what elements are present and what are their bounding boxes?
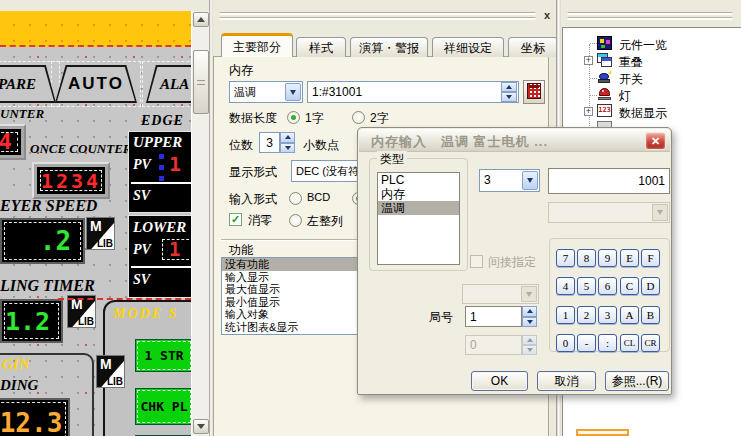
keypad-key-9[interactable]: 9 (598, 249, 617, 267)
keypad-key-1[interactable]: 1 (556, 306, 575, 324)
station-input[interactable] (465, 306, 522, 327)
spin-up-icon[interactable] (522, 306, 537, 317)
spin-up-icon[interactable] (501, 82, 517, 92)
tree-item-lamp[interactable]: 灯 (619, 88, 631, 105)
reference-button[interactable]: 参照...(R) (605, 371, 669, 391)
keypad-key-cl[interactable]: CL (620, 334, 639, 352)
keypad-key-cr[interactable]: CR (641, 334, 660, 352)
hmi-yellow-bar[interactable] (0, 11, 191, 47)
zero-clear-checkbox[interactable]: ✓ (229, 213, 242, 226)
counter-display[interactable]: 4 (0, 124, 26, 160)
weighing-display[interactable]: 12.3 (0, 398, 70, 436)
tab-style[interactable]: 样式 (296, 37, 346, 57)
lower-loop-panel[interactable]: LOWER PV 1 SV (128, 215, 191, 298)
cancel-button[interactable]: 取消 (537, 371, 596, 391)
radio-1word[interactable] (287, 111, 300, 124)
function-item[interactable]: 最大值显示 (222, 283, 357, 296)
function-item[interactable]: 没有功能 (222, 258, 357, 271)
selection-handle[interactable] (159, 165, 164, 170)
type-item-plc[interactable]: PLC (378, 173, 459, 187)
address-input[interactable] (548, 168, 670, 194)
mlib-badge-icon[interactable]: M LIB (86, 217, 115, 250)
tab-coordinates[interactable]: 坐标 (508, 37, 558, 57)
tab-operation-alarm[interactable]: 演算・警报 (350, 37, 428, 57)
memory-reference-button[interactable] (523, 80, 545, 104)
combo-arrow-icon[interactable] (285, 83, 301, 101)
radio-bcd[interactable] (289, 192, 302, 205)
keypad-key-minus[interactable]: - (577, 334, 596, 352)
hmi-screen-tab-auto[interactable]: AUTO (55, 65, 137, 103)
type-item-temp-control[interactable]: 温调 (378, 201, 459, 215)
memory-address-spinner[interactable] (501, 82, 517, 102)
timer-display[interactable]: 1.2 (0, 299, 63, 343)
pv-value[interactable]: 1 (169, 154, 181, 174)
keypad-key-f[interactable]: F (641, 249, 660, 267)
hmi-button-1str[interactable]: 1 STR (135, 339, 191, 372)
keypad-key-colon[interactable]: : (598, 334, 617, 352)
panel-close-button[interactable]: x (540, 8, 554, 22)
spin-up-icon[interactable] (280, 132, 295, 143)
digits-input[interactable] (259, 132, 280, 153)
keypad-key-0[interactable]: 0 (556, 334, 575, 352)
spin-down-icon[interactable] (280, 143, 295, 154)
function-item[interactable]: 输入显示 (222, 271, 357, 284)
tab-main-part[interactable]: 主要部分 (221, 33, 293, 57)
hmi-edit-canvas[interactable]: PARE AUTO ALA UNTER EDGE ONCE COUNTER EY… (0, 11, 191, 436)
keypad-key-3[interactable]: 3 (598, 306, 617, 324)
keypad-key-7[interactable]: 7 (556, 249, 575, 267)
tree-item-data-display[interactable]: 数据显示 (619, 105, 667, 122)
tree-item-parts-list[interactable]: 元件一览 (619, 37, 667, 54)
keypad-key-8[interactable]: 8 (577, 249, 596, 267)
function-item[interactable]: 输入对象 (222, 308, 357, 321)
radio-left-align[interactable] (289, 214, 302, 227)
tree-expander-icon[interactable]: + (584, 56, 593, 65)
selection-handle[interactable] (159, 154, 164, 159)
speed-display[interactable]: .2 (0, 218, 85, 264)
keypad-key-c[interactable]: C (620, 277, 639, 295)
radio-2word[interactable] (352, 111, 365, 124)
hmi-button-chkpl[interactable]: CHK PL (135, 388, 191, 425)
tree-item-switch[interactable]: 开关 (619, 71, 643, 88)
keypad-key-2[interactable]: 2 (577, 306, 596, 324)
scroll-thumb[interactable] (193, 50, 209, 114)
panel-grip[interactable] (219, 12, 536, 15)
tab-detail-setting[interactable]: 祥细设定 (432, 37, 504, 57)
spin-down-icon[interactable] (501, 92, 517, 102)
spin-down-icon[interactable] (522, 317, 537, 328)
keypad-key-b[interactable]: B (641, 306, 660, 324)
digits-spinner[interactable] (280, 132, 295, 153)
selection-handle[interactable] (159, 176, 164, 181)
station-spinner[interactable] (522, 306, 537, 327)
dialog-titlebar[interactable]: 内存输入 温调 富士电机 ... ✕ (359, 129, 670, 152)
dialog-close-button[interactable]: ✕ (645, 132, 666, 150)
once-counter-display[interactable]: 1234 (32, 162, 110, 199)
keypad-key-4[interactable]: 4 (556, 277, 575, 295)
keypad-key-e[interactable]: E (620, 249, 639, 267)
orange-selection-fragment[interactable] (576, 429, 629, 436)
function-item[interactable]: 统计图表&显示 (222, 321, 357, 334)
tree-expander-icon[interactable]: + (584, 107, 593, 116)
channel-combobox[interactable]: 3 (479, 169, 540, 192)
scroll-up-button[interactable] (193, 12, 209, 27)
panel-grip[interactable] (219, 17, 536, 20)
keypad-key-6[interactable]: 6 (598, 277, 617, 295)
type-item-memory[interactable]: 内存 (378, 187, 459, 201)
panel-grip[interactable] (567, 12, 733, 15)
function-item[interactable]: 最小值显示 (222, 296, 357, 309)
editor-vertical-scrollbar[interactable] (191, 11, 209, 436)
keypad-key-d[interactable]: D (641, 277, 660, 295)
combo-arrow-icon[interactable] (522, 171, 538, 190)
mlib-badge-icon[interactable]: M LIB (96, 355, 125, 388)
ok-button[interactable]: OK (471, 371, 528, 391)
keypad-key-a[interactable]: A (620, 306, 639, 324)
panel-grip[interactable] (567, 17, 733, 20)
keypad-key-5[interactable]: 5 (577, 277, 596, 295)
tree-item-overlap[interactable]: 重叠 (619, 54, 643, 71)
display-format-combobox[interactable]: DEC (没有符 (291, 160, 361, 182)
memory-type-combobox[interactable]: 温调 (229, 81, 303, 103)
upper-loop-panel[interactable]: UPPER PV 1 SV (128, 131, 191, 213)
memory-address-input[interactable] (307, 81, 519, 103)
type-listbox[interactable]: PLC 内存 温调 (377, 172, 460, 265)
function-listbox[interactable]: 没有功能 输入显示 最大值显示 最小值显示 输入对象 统计图表&显示 (221, 257, 358, 335)
scroll-down-button[interactable] (193, 419, 209, 434)
